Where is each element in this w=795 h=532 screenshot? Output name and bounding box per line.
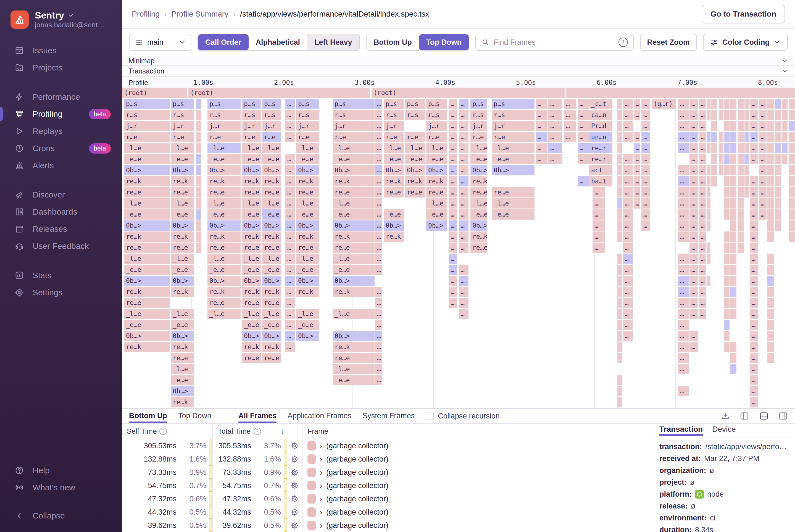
flame-frame[interactable] xyxy=(618,198,622,209)
flame-frame[interactable] xyxy=(618,265,622,275)
flame-frame[interactable]: r…e xyxy=(242,132,261,142)
flame-frame[interactable] xyxy=(724,320,730,330)
flame-frame[interactable]: … xyxy=(634,198,640,209)
flame-frame[interactable]: … xyxy=(623,121,633,131)
flame-frame[interactable] xyxy=(744,143,749,153)
flame-frame[interactable]: _e…e xyxy=(262,265,281,275)
flame-frame[interactable] xyxy=(724,276,730,286)
flame-frame[interactable]: … xyxy=(449,165,457,175)
frame-options-gear-icon[interactable] xyxy=(287,455,302,463)
flame-frame[interactable] xyxy=(730,243,736,253)
flame-frame[interactable] xyxy=(789,198,795,209)
flame-frame[interactable] xyxy=(730,309,736,319)
flame-frame[interactable]: … xyxy=(623,187,633,197)
flame-frame[interactable]: 0b…> xyxy=(171,276,194,286)
flame-frame[interactable]: _e…e xyxy=(171,320,194,330)
flame-frame[interactable]: … xyxy=(375,231,382,242)
flame-frame[interactable]: _l…e xyxy=(333,309,375,319)
flame-frame[interactable]: … xyxy=(375,320,382,330)
flame-frame[interactable]: _e…e xyxy=(296,154,319,164)
flame-frame[interactable] xyxy=(744,176,749,187)
flame-frame[interactable]: … xyxy=(285,287,295,297)
flame-frame[interactable] xyxy=(730,187,736,197)
flame-frame[interactable]: _l…e xyxy=(426,143,447,153)
sidebar-collapse-button[interactable]: Collapse xyxy=(0,507,122,524)
flame-frame[interactable]: … xyxy=(689,132,698,142)
flame-frame[interactable]: … xyxy=(536,143,548,153)
sidebar-item-discover[interactable]: Discover xyxy=(0,186,122,203)
flame-frame[interactable] xyxy=(618,276,622,286)
flame-frame[interactable] xyxy=(768,221,774,231)
flame-frame[interactable]: _l…e xyxy=(207,253,241,264)
flame-frame[interactable]: re…e xyxy=(242,187,261,197)
flame-frame[interactable]: … xyxy=(623,320,633,330)
flame-frame[interactable]: … xyxy=(623,276,633,286)
flame-frame[interactable]: _l…e xyxy=(470,143,487,153)
flame-frame[interactable] xyxy=(768,110,774,120)
flame-frame[interactable] xyxy=(775,198,781,209)
flame-frame[interactable]: 0b…> xyxy=(470,165,487,175)
flame-frame[interactable]: 0b…> xyxy=(296,331,319,341)
flame-frame[interactable]: … xyxy=(678,265,689,275)
flame-frame[interactable]: r…s xyxy=(296,110,319,120)
flame-frame[interactable]: … xyxy=(375,364,382,374)
flame-frame[interactable]: … xyxy=(459,99,469,109)
flame-frame[interactable]: 0b…> xyxy=(426,165,447,175)
flame-frame[interactable]: _l…e xyxy=(262,309,281,319)
flame-frame[interactable]: … xyxy=(678,342,689,352)
flame-frame[interactable]: … xyxy=(375,154,382,164)
flame-frame[interactable] xyxy=(775,99,781,109)
flame-frame[interactable] xyxy=(618,143,622,153)
flame-frame[interactable] xyxy=(775,176,781,187)
flame-frame[interactable] xyxy=(789,143,795,153)
sidebar-item-help[interactable]: Help xyxy=(0,462,122,479)
flame-frame[interactable] xyxy=(618,309,622,319)
flame-frame[interactable]: … xyxy=(449,221,457,231)
flame-frame[interactable]: re…k xyxy=(470,231,487,242)
flame-frame[interactable]: re…k xyxy=(333,231,375,242)
flame-frame[interactable]: _e…e xyxy=(124,265,170,275)
sidebar-item-what-s-new[interactable]: What's new xyxy=(0,479,122,496)
flame-frame[interactable] xyxy=(738,221,744,231)
flame-frame[interactable]: _e…e xyxy=(405,154,425,164)
flame-frame[interactable] xyxy=(724,253,730,264)
flame-frame[interactable]: … xyxy=(375,287,382,297)
flame-frame[interactable]: 0b…> xyxy=(333,221,375,231)
flame-frame[interactable]: … xyxy=(375,99,382,109)
flame-frame[interactable]: 0b…> xyxy=(242,165,261,175)
flame-frame[interactable]: r…s xyxy=(262,110,281,120)
flame-frame[interactable]: … xyxy=(564,132,576,142)
flame-frame[interactable] xyxy=(789,99,795,109)
flame-frame[interactable] xyxy=(768,132,774,142)
flame-frame[interactable]: … xyxy=(592,187,605,197)
flame-frame[interactable] xyxy=(730,353,736,363)
flame-frame[interactable]: re…k xyxy=(171,342,194,352)
flame-frame[interactable]: 0b…> xyxy=(262,331,281,341)
tab-system-frames[interactable]: System Frames xyxy=(362,409,415,423)
flame-frame[interactable]: re…e xyxy=(262,187,281,197)
flame-frame[interactable]: … xyxy=(641,221,650,231)
flame-frame[interactable]: … xyxy=(634,110,640,120)
flame-frame[interactable]: … xyxy=(548,110,562,120)
flame-frame[interactable]: _e…e xyxy=(207,209,241,220)
flame-frame[interactable] xyxy=(789,132,795,142)
tab-bottom-up[interactable]: Bottom Up xyxy=(129,409,167,423)
flame-frame[interactable]: _l…e xyxy=(124,198,170,209)
flame-frame[interactable] xyxy=(768,99,774,109)
expand-row-chevron-icon[interactable]: › xyxy=(320,454,322,464)
flame-frame[interactable]: j…r xyxy=(296,121,319,131)
flame-frame[interactable]: 0b…> xyxy=(470,221,487,231)
flame-frame[interactable]: … xyxy=(699,143,706,153)
flame-frame[interactable]: re…k xyxy=(124,342,170,352)
flame-frame[interactable]: … xyxy=(750,342,758,352)
flame-frame[interactable]: _e…e xyxy=(296,265,319,275)
flame-frame[interactable]: _l…e xyxy=(171,309,194,319)
flame-frame[interactable]: … xyxy=(689,110,698,120)
flame-frame[interactable] xyxy=(711,110,717,120)
flame-frame[interactable]: … xyxy=(750,154,758,164)
flame-frame[interactable]: … xyxy=(689,176,698,187)
flame-frame[interactable]: … xyxy=(449,110,457,120)
flame-frame[interactable]: r…e xyxy=(470,132,487,142)
org-name[interactable]: Sentry xyxy=(35,10,64,21)
flame-frame[interactable]: … xyxy=(699,243,706,253)
